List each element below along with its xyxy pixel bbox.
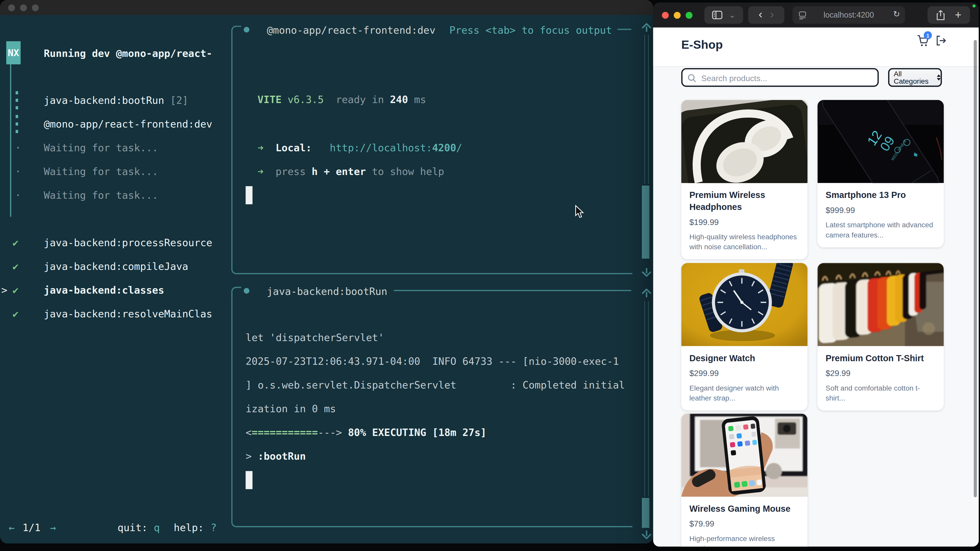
reader-icon[interactable]: [799, 11, 806, 19]
scrollbar-track[interactable]: [644, 301, 649, 497]
waiting-bullet-icon: ·: [15, 142, 21, 154]
help-keys: h + enter: [312, 165, 366, 178]
product-name: Smartphone 13 Pro: [826, 189, 935, 201]
pane-title[interactable]: @mono-app/react-frontend:dev: [267, 24, 436, 37]
gradle-progress-line: <===========---> 80% EXECUTING [18m 27s]: [245, 427, 487, 439]
address-bar[interactable]: localhost:4200 ↻: [792, 6, 905, 24]
category-select[interactable]: All Categories: [888, 68, 942, 87]
task-label: @mono-app/react-frontend:dev: [44, 118, 212, 130]
product-card[interactable]: Wireless Gaming Mouse $79.99 High-perfor…: [681, 413, 808, 547]
scroll-down-icon[interactable]: [641, 530, 652, 539]
shop-header: E-Shop 1: [653, 27, 979, 67]
local-label: Local:: [275, 142, 312, 154]
pane-status-dot-icon: [244, 288, 249, 294]
log-line: ] o.s.web.servlet.DispatcherServlet : Co…: [245, 380, 625, 392]
page-viewport: E-Shop 1 All Categories: [653, 27, 979, 547]
product-image-smartphone: 12 09 WED, JUNE 5: [818, 100, 944, 183]
task-row-selected[interactable]: java-backend:classes: [44, 284, 164, 297]
task-row[interactable]: java-backend:compileJava: [44, 260, 188, 273]
address-text[interactable]: localhost:4200: [824, 11, 874, 19]
pager-prev-icon[interactable]: ←: [9, 522, 15, 534]
pane-header-rule: [394, 290, 632, 291]
scroll-down-icon[interactable]: [641, 267, 652, 277]
vite-version: v6.3.5: [282, 94, 324, 106]
task-row: Waiting for task...: [44, 142, 158, 154]
product-card[interactable]: Premium Wireless Headphones $199.99 High…: [681, 100, 808, 259]
mouse-cursor: [575, 205, 584, 219]
log-line: let 'dispatcherServlet': [245, 332, 384, 344]
back-button[interactable]: ‹: [759, 7, 762, 21]
pane-title[interactable]: java-backend:bootRun: [267, 286, 387, 298]
product-price: $299.99: [689, 368, 799, 378]
product-name: Premium Cotton T-Shirt: [826, 352, 935, 364]
pane-status-dot-icon: [244, 27, 249, 32]
browser-window[interactable]: ⌄ ‹ › localhost:4200 ↻ + E-Shop: [653, 3, 979, 547]
scrollbar-thumb[interactable]: [642, 498, 649, 528]
search-icon: [687, 74, 696, 83]
help-hint-label: help:: [174, 522, 204, 534]
minimize-window-icon[interactable]: [20, 4, 27, 11]
toolbar-actions: +: [928, 6, 970, 24]
forward-button[interactable]: ›: [770, 7, 774, 21]
task-row[interactable]: java-backend:resolveMainClas: [44, 308, 212, 321]
reload-icon[interactable]: ↻: [893, 10, 900, 19]
product-description: Soft and comfortable cotton t-shirt...: [826, 383, 935, 403]
check-icon: ✔: [13, 308, 19, 321]
product-description: High-performance wireless gaming mouse..…: [689, 534, 799, 546]
terminal-cursor: [245, 186, 252, 204]
scroll-up-icon[interactable]: [641, 23, 652, 33]
zoom-window-icon[interactable]: [686, 12, 693, 19]
browser-toolbar: ⌄ ‹ › localhost:4200 ↻ +: [653, 3, 979, 27]
log-line: 2025-07-23T12:06:43.971-04:00 INFO 64733…: [245, 355, 619, 368]
minimize-window-icon[interactable]: [674, 12, 681, 19]
terminal-cursor: [245, 471, 252, 489]
terminal-window[interactable]: NX Running dev @mono-app/react- java-bac…: [0, 0, 653, 544]
pane-hint: Press <tab> to focus output: [449, 24, 612, 37]
product-image-mouse: [681, 413, 808, 497]
vite-ready-time: 240: [390, 94, 408, 106]
task-label: java-backend:bootRun: [44, 94, 164, 106]
scroll-up-icon[interactable]: [641, 289, 652, 298]
sidebar-icon: [712, 11, 723, 19]
task-row[interactable]: java-backend:bootRun [2]: [44, 94, 188, 107]
new-tab-button[interactable]: +: [955, 8, 961, 21]
product-card[interactable]: Designer Watch $299.99 Elegant designer …: [681, 263, 808, 410]
product-card[interactable]: Premium Cotton T-Shirt $29.99 Soft and c…: [818, 263, 944, 410]
search-input[interactable]: [700, 71, 871, 86]
close-window-icon[interactable]: [8, 4, 15, 11]
cart-badge: 1: [924, 31, 932, 39]
product-name: Designer Watch: [689, 352, 799, 364]
waiting-bullet-icon: ·: [15, 165, 21, 178]
localhost-link[interactable]: http://localhost:4200/: [330, 142, 462, 154]
zoom-window-icon[interactable]: [32, 4, 39, 11]
pager-next-icon[interactable]: →: [50, 522, 56, 534]
product-description: Latest smartphone with advanced camera f…: [826, 220, 935, 240]
task-count: [2]: [164, 94, 188, 106]
logout-icon[interactable]: [935, 35, 947, 46]
terminal-titlebar[interactable]: [0, 0, 653, 15]
product-name: Wireless Gaming Mouse: [689, 503, 799, 515]
help-hint-key: ?: [210, 522, 217, 534]
prompt-arrow-icon: ➜: [258, 142, 264, 154]
task-row[interactable]: java-backend:processResource: [44, 237, 212, 249]
scrollbar-track[interactable]: [644, 35, 649, 184]
desktop: NX Running dev @mono-app/react- java-bac…: [0, 0, 980, 551]
gradle-task-line: > :bootRun: [245, 451, 306, 463]
chevron-down-icon[interactable]: ⌄: [729, 11, 735, 19]
sidebar-toggle-button[interactable]: ⌄: [704, 6, 743, 24]
quit-hint-key: q: [154, 522, 160, 534]
product-price: $999.99: [826, 206, 935, 215]
quit-hint-label: quit:: [118, 522, 148, 534]
scrollbar-thumb[interactable]: [642, 186, 649, 259]
product-name: Premium Wireless Headphones: [689, 189, 799, 213]
page-scrollbar[interactable]: [974, 40, 977, 497]
task-spinner-icon: [16, 91, 18, 114]
search-field[interactable]: [681, 68, 879, 87]
product-price: $199.99: [689, 218, 799, 227]
task-row: Waiting for task...: [44, 165, 158, 178]
close-window-icon[interactable]: [662, 12, 669, 19]
share-icon[interactable]: [936, 10, 945, 21]
product-card[interactable]: 12 09 WED, JUNE 5 Smartphone 13 Pro $999…: [818, 100, 944, 248]
task-row[interactable]: @mono-app/react-frontend:dev: [44, 118, 212, 130]
pager-position: 1/1: [22, 522, 41, 534]
